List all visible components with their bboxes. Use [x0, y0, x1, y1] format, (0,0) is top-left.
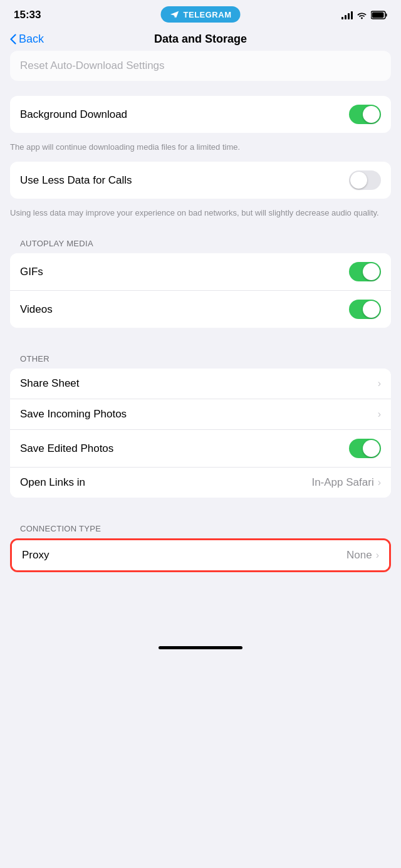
save-incoming-label: Save Incoming Photos — [20, 408, 127, 421]
back-label: Back — [19, 33, 44, 46]
share-sheet-item[interactable]: Share Sheet › — [10, 369, 391, 399]
use-less-data-card: Use Less Data for Calls — [10, 162, 391, 199]
share-sheet-chevron-icon: › — [378, 378, 381, 389]
use-less-data-toggle[interactable] — [349, 170, 381, 190]
proxy-item[interactable]: Proxy None › — [12, 540, 389, 570]
open-links-current-value: In-App Safari — [311, 476, 373, 489]
status-icons — [341, 11, 387, 19]
other-heading: OTHER — [0, 343, 401, 369]
back-chevron-icon — [10, 34, 16, 44]
open-links-label: Open Links in — [20, 476, 85, 489]
proxy-card: Proxy None › — [10, 538, 391, 572]
save-incoming-chevron-icon: › — [378, 409, 381, 420]
back-button[interactable]: Back — [10, 33, 44, 46]
background-download-toggle[interactable] — [349, 105, 381, 124]
gifs-label: GIFs — [20, 266, 43, 278]
open-links-chevron-icon: › — [378, 477, 381, 488]
reset-auto-download-card: Reset Auto-Download Settings — [10, 51, 391, 81]
status-bar: 15:33 TELEGRAM — [0, 0, 401, 26]
telegram-icon — [170, 9, 180, 19]
share-sheet-value: › — [378, 378, 381, 389]
content: Reset Auto-Download Settings Background … — [0, 51, 401, 634]
use-less-data-label: Use Less Data for Calls — [20, 174, 132, 187]
autoplay-heading: AUTOPLAY MEDIA — [0, 227, 401, 253]
open-links-value: In-App Safari › — [311, 476, 381, 489]
page-title: Data and Storage — [154, 33, 247, 46]
svg-rect-2 — [372, 13, 384, 18]
background-download-description: The app will continue downloading media … — [0, 138, 401, 162]
battery-icon — [371, 11, 387, 19]
use-less-data-item: Use Less Data for Calls — [10, 162, 391, 199]
save-incoming-value: › — [378, 409, 381, 420]
background-download-card: Background Download — [10, 96, 391, 133]
status-time: 15:33 — [14, 9, 41, 21]
wifi-icon — [357, 11, 367, 19]
proxy-chevron-icon: › — [376, 550, 379, 561]
telegram-badge: TELEGRAM — [161, 6, 241, 23]
share-sheet-label: Share Sheet — [20, 377, 80, 390]
svg-rect-1 — [386, 14, 387, 17]
save-edited-toggle[interactable] — [349, 439, 381, 458]
videos-label: Videos — [20, 303, 53, 316]
signal-icon — [341, 11, 353, 19]
open-links-item[interactable]: Open Links in In-App Safari › — [10, 468, 391, 498]
use-less-data-description: Using less data may improve your experie… — [0, 204, 401, 227]
background-download-item: Background Download — [10, 96, 391, 133]
gifs-item: GIFs — [10, 253, 391, 291]
save-edited-item: Save Edited Photos — [10, 430, 391, 468]
home-bar — [159, 646, 242, 649]
autoplay-card: GIFs Videos — [10, 253, 391, 328]
proxy-value: None › — [346, 549, 379, 562]
reset-auto-download-item[interactable]: Reset Auto-Download Settings — [10, 51, 391, 81]
videos-toggle[interactable] — [349, 300, 381, 319]
save-edited-label: Save Edited Photos — [20, 442, 113, 455]
proxy-current-value: None — [346, 549, 372, 562]
connection-heading: CONNECTION TYPE — [0, 513, 401, 538]
videos-item: Videos — [10, 291, 391, 328]
nav-bar: Back Data and Storage — [0, 26, 401, 51]
reset-auto-download-label: Reset Auto-Download Settings — [20, 60, 165, 72]
save-incoming-item[interactable]: Save Incoming Photos › — [10, 399, 391, 430]
gifs-toggle[interactable] — [349, 262, 381, 281]
other-card: Share Sheet › Save Incoming Photos › Sav… — [10, 369, 391, 498]
proxy-label: Proxy — [22, 549, 49, 562]
background-download-label: Background Download — [20, 108, 127, 121]
home-indicator — [0, 634, 401, 656]
